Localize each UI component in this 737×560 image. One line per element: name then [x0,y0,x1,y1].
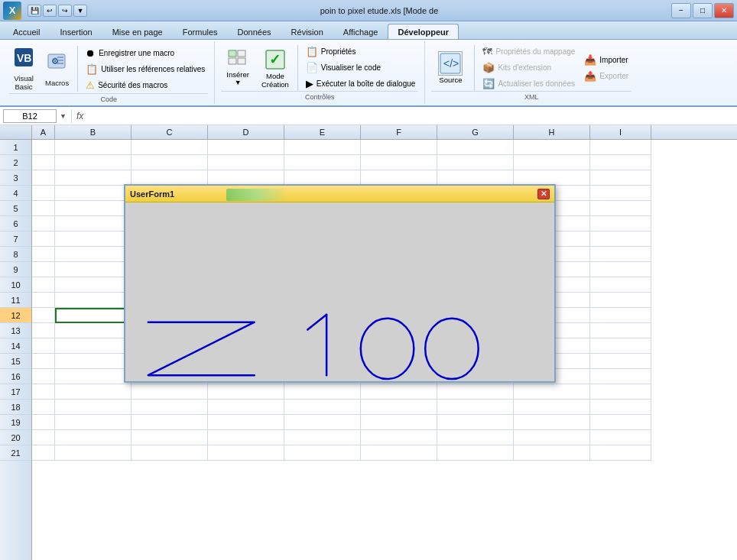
col-header-f[interactable]: F [361,125,437,139]
maximize-button[interactable]: □ [693,3,713,18]
grid-cell[interactable] [32,262,55,277]
grid-cell[interactable] [437,384,514,400]
grid-cell[interactable] [590,201,651,216]
table-row[interactable] [32,400,737,415]
grid-cell[interactable] [514,415,590,430]
source-button[interactable]: </> Source [431,47,469,88]
row-header-14[interactable]: 14 [0,338,31,354]
grid-cell[interactable] [55,155,131,170]
row-header-20[interactable]: 20 [0,430,31,445]
close-button[interactable]: ✕ [714,3,734,18]
row-header-7[interactable]: 7 [0,231,31,247]
grid-cell[interactable] [32,308,55,323]
grid-cell[interactable] [284,170,361,186]
grid-cell[interactable] [590,384,651,400]
row-header-2[interactable]: 2 [0,155,31,170]
grid-cell[interactable] [32,400,55,415]
userform-close-button[interactable]: ✕ [537,189,550,199]
grid-cell[interactable] [361,400,437,415]
save-button[interactable]: 💾 [28,5,41,17]
grid-cell[interactable] [32,186,55,201]
grid-cell[interactable] [208,430,284,445]
grid-cell[interactable] [361,140,437,155]
grid-cell[interactable] [284,430,361,445]
grid-cell[interactable] [32,369,55,384]
tab-mise-en-page[interactable]: Mise en page [102,24,173,39]
grid-cell[interactable] [437,140,514,155]
grid-cell[interactable] [55,384,131,400]
grid-cell[interactable] [55,277,131,293]
tab-donnees[interactable]: Données [228,24,281,39]
grid-cell[interactable] [208,445,284,461]
grid-cell[interactable] [131,445,208,461]
grid-cell[interactable] [32,415,55,430]
proprietes-mappage-button[interactable]: 🗺 Propriétés du mappage [479,44,578,59]
grid-cell[interactable] [590,186,651,201]
grid-cell[interactable] [32,384,55,400]
grid-cell[interactable] [590,308,651,323]
grid-cell[interactable] [590,231,651,247]
grid-cell[interactable] [590,400,651,415]
macros-button[interactable]: ⚙ Macros [41,49,73,89]
table-row[interactable] [32,384,737,400]
window-controls[interactable]: − □ ✕ [671,3,734,18]
userform-titlebar[interactable]: UserForm1 ✕ [125,186,554,202]
grid-cell[interactable] [361,384,437,400]
grid-cell[interactable] [55,247,131,262]
grid-cell[interactable] [32,155,55,170]
grid-cell[interactable] [55,293,131,308]
col-header-b[interactable]: B [55,125,131,139]
grid-cell[interactable] [131,384,208,400]
grid-cell[interactable] [32,354,55,369]
grid-cell[interactable] [208,400,284,415]
grid-cell[interactable] [514,445,590,461]
grid-cell[interactable] [55,354,131,369]
grid-cell[interactable] [55,140,131,155]
formula-input[interactable] [86,112,734,121]
grid-cell[interactable] [208,155,284,170]
grid-cell[interactable] [55,186,131,201]
grid-cell[interactable] [55,262,131,277]
grid-cell[interactable] [514,430,590,445]
row-header-6[interactable]: 6 [0,216,31,231]
grid-cell[interactable] [590,338,651,354]
row-header-21[interactable]: 21 [0,445,31,461]
grid-cell[interactable] [55,430,131,445]
grid-cell[interactable] [131,155,208,170]
tab-insertion[interactable]: Insertion [50,24,102,39]
tab-revision[interactable]: Révision [281,24,333,39]
visualiser-code-button[interactable]: 📄 Visualiser le code [303,60,419,75]
grid-cell[interactable] [590,445,651,461]
userform-body[interactable] [125,202,554,381]
col-header-e[interactable]: E [284,125,361,139]
grid-cell[interactable] [361,430,437,445]
exporter-button[interactable]: 📤 Exporter [581,69,631,83]
row-header-11[interactable]: 11 [0,293,31,308]
row-header-13[interactable]: 13 [0,323,31,338]
col-header-h[interactable]: H [514,125,590,139]
grid-cell[interactable] [32,277,55,293]
grid-cell[interactable] [437,430,514,445]
table-row[interactable] [32,415,737,430]
grid-cell[interactable] [55,231,131,247]
table-row[interactable] [32,170,737,186]
grid-cell[interactable] [590,369,651,384]
grid-cell[interactable] [32,445,55,461]
minimize-button[interactable]: − [671,3,691,18]
grid-cell[interactable] [32,216,55,231]
grid-cell[interactable] [32,201,55,216]
grid-cell[interactable] [32,140,55,155]
col-header-a[interactable]: A [32,125,55,139]
executer-boite-button[interactable]: ▶ Exécuter la boîte de dialogue [303,76,419,91]
corner-cell[interactable] [0,125,32,139]
grid-cell[interactable] [32,231,55,247]
grid-cell[interactable] [437,400,514,415]
row-header-5[interactable]: 5 [0,201,31,216]
table-row[interactable] [32,430,737,445]
grid-cell[interactable] [284,445,361,461]
tab-accueil[interactable]: Accueil [3,24,50,39]
row-header-17[interactable]: 17 [0,384,31,400]
grid-cell[interactable] [32,170,55,186]
col-header-i[interactable]: I [590,125,651,139]
grid-cell[interactable] [514,170,590,186]
